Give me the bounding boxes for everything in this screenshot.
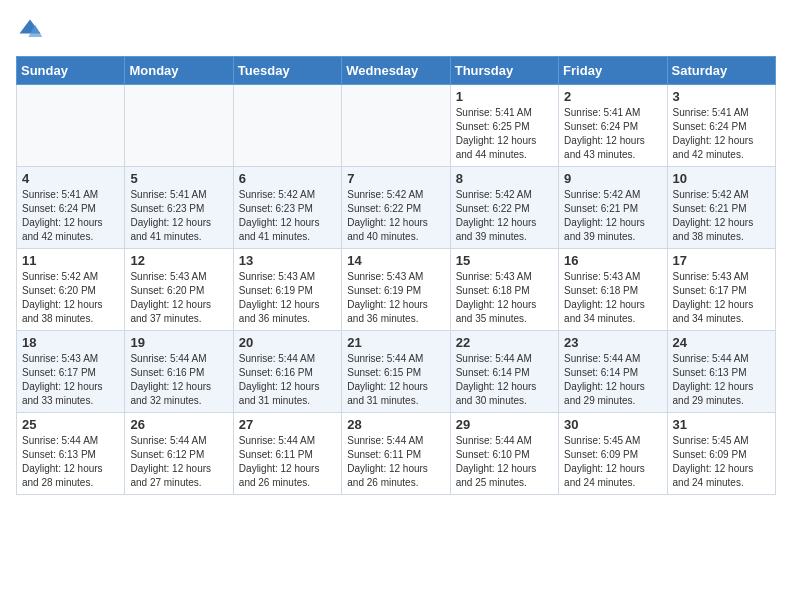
day-info: Sunrise: 5:41 AM Sunset: 6:25 PM Dayligh… bbox=[456, 106, 553, 162]
calendar-cell: 12Sunrise: 5:43 AM Sunset: 6:20 PM Dayli… bbox=[125, 249, 233, 331]
day-number: 18 bbox=[22, 335, 119, 350]
day-number: 12 bbox=[130, 253, 227, 268]
calendar-cell: 20Sunrise: 5:44 AM Sunset: 6:16 PM Dayli… bbox=[233, 331, 341, 413]
calendar-cell: 11Sunrise: 5:42 AM Sunset: 6:20 PM Dayli… bbox=[17, 249, 125, 331]
day-number: 19 bbox=[130, 335, 227, 350]
calendar-cell: 24Sunrise: 5:44 AM Sunset: 6:13 PM Dayli… bbox=[667, 331, 775, 413]
day-number: 11 bbox=[22, 253, 119, 268]
week-row-1: 1Sunrise: 5:41 AM Sunset: 6:25 PM Daylig… bbox=[17, 85, 776, 167]
calendar-cell bbox=[342, 85, 450, 167]
day-number: 15 bbox=[456, 253, 553, 268]
calendar-cell: 28Sunrise: 5:44 AM Sunset: 6:11 PM Dayli… bbox=[342, 413, 450, 495]
day-number: 8 bbox=[456, 171, 553, 186]
day-number: 20 bbox=[239, 335, 336, 350]
day-info: Sunrise: 5:43 AM Sunset: 6:18 PM Dayligh… bbox=[564, 270, 661, 326]
day-info: Sunrise: 5:44 AM Sunset: 6:11 PM Dayligh… bbox=[347, 434, 444, 490]
calendar-cell: 27Sunrise: 5:44 AM Sunset: 6:11 PM Dayli… bbox=[233, 413, 341, 495]
calendar-cell: 9Sunrise: 5:42 AM Sunset: 6:21 PM Daylig… bbox=[559, 167, 667, 249]
calendar-cell: 22Sunrise: 5:44 AM Sunset: 6:14 PM Dayli… bbox=[450, 331, 558, 413]
day-number: 26 bbox=[130, 417, 227, 432]
day-number: 6 bbox=[239, 171, 336, 186]
day-info: Sunrise: 5:43 AM Sunset: 6:17 PM Dayligh… bbox=[22, 352, 119, 408]
calendar-cell: 5Sunrise: 5:41 AM Sunset: 6:23 PM Daylig… bbox=[125, 167, 233, 249]
day-number: 27 bbox=[239, 417, 336, 432]
calendar-cell bbox=[233, 85, 341, 167]
calendar-cell: 13Sunrise: 5:43 AM Sunset: 6:19 PM Dayli… bbox=[233, 249, 341, 331]
day-info: Sunrise: 5:45 AM Sunset: 6:09 PM Dayligh… bbox=[673, 434, 770, 490]
day-info: Sunrise: 5:43 AM Sunset: 6:17 PM Dayligh… bbox=[673, 270, 770, 326]
calendar-cell: 10Sunrise: 5:42 AM Sunset: 6:21 PM Dayli… bbox=[667, 167, 775, 249]
week-row-4: 18Sunrise: 5:43 AM Sunset: 6:17 PM Dayli… bbox=[17, 331, 776, 413]
logo bbox=[16, 16, 48, 44]
day-number: 24 bbox=[673, 335, 770, 350]
calendar-cell: 23Sunrise: 5:44 AM Sunset: 6:14 PM Dayli… bbox=[559, 331, 667, 413]
day-number: 29 bbox=[456, 417, 553, 432]
calendar-cell: 1Sunrise: 5:41 AM Sunset: 6:25 PM Daylig… bbox=[450, 85, 558, 167]
calendar-cell: 4Sunrise: 5:41 AM Sunset: 6:24 PM Daylig… bbox=[17, 167, 125, 249]
calendar-table: SundayMondayTuesdayWednesdayThursdayFrid… bbox=[16, 56, 776, 495]
day-number: 1 bbox=[456, 89, 553, 104]
day-info: Sunrise: 5:43 AM Sunset: 6:20 PM Dayligh… bbox=[130, 270, 227, 326]
calendar-cell: 2Sunrise: 5:41 AM Sunset: 6:24 PM Daylig… bbox=[559, 85, 667, 167]
day-info: Sunrise: 5:42 AM Sunset: 6:23 PM Dayligh… bbox=[239, 188, 336, 244]
day-number: 9 bbox=[564, 171, 661, 186]
day-info: Sunrise: 5:41 AM Sunset: 6:24 PM Dayligh… bbox=[22, 188, 119, 244]
calendar-cell: 21Sunrise: 5:44 AM Sunset: 6:15 PM Dayli… bbox=[342, 331, 450, 413]
day-info: Sunrise: 5:44 AM Sunset: 6:13 PM Dayligh… bbox=[673, 352, 770, 408]
header-tuesday: Tuesday bbox=[233, 57, 341, 85]
day-info: Sunrise: 5:44 AM Sunset: 6:16 PM Dayligh… bbox=[130, 352, 227, 408]
day-info: Sunrise: 5:44 AM Sunset: 6:12 PM Dayligh… bbox=[130, 434, 227, 490]
day-info: Sunrise: 5:44 AM Sunset: 6:16 PM Dayligh… bbox=[239, 352, 336, 408]
day-info: Sunrise: 5:41 AM Sunset: 6:23 PM Dayligh… bbox=[130, 188, 227, 244]
day-info: Sunrise: 5:45 AM Sunset: 6:09 PM Dayligh… bbox=[564, 434, 661, 490]
day-info: Sunrise: 5:44 AM Sunset: 6:10 PM Dayligh… bbox=[456, 434, 553, 490]
day-number: 17 bbox=[673, 253, 770, 268]
day-number: 23 bbox=[564, 335, 661, 350]
calendar-cell: 16Sunrise: 5:43 AM Sunset: 6:18 PM Dayli… bbox=[559, 249, 667, 331]
calendar-cell: 26Sunrise: 5:44 AM Sunset: 6:12 PM Dayli… bbox=[125, 413, 233, 495]
calendar-cell: 8Sunrise: 5:42 AM Sunset: 6:22 PM Daylig… bbox=[450, 167, 558, 249]
header-thursday: Thursday bbox=[450, 57, 558, 85]
calendar-cell: 30Sunrise: 5:45 AM Sunset: 6:09 PM Dayli… bbox=[559, 413, 667, 495]
week-row-2: 4Sunrise: 5:41 AM Sunset: 6:24 PM Daylig… bbox=[17, 167, 776, 249]
day-number: 14 bbox=[347, 253, 444, 268]
day-info: Sunrise: 5:44 AM Sunset: 6:15 PM Dayligh… bbox=[347, 352, 444, 408]
day-info: Sunrise: 5:44 AM Sunset: 6:11 PM Dayligh… bbox=[239, 434, 336, 490]
day-number: 25 bbox=[22, 417, 119, 432]
day-info: Sunrise: 5:42 AM Sunset: 6:20 PM Dayligh… bbox=[22, 270, 119, 326]
day-number: 31 bbox=[673, 417, 770, 432]
header-row: SundayMondayTuesdayWednesdayThursdayFrid… bbox=[17, 57, 776, 85]
day-info: Sunrise: 5:43 AM Sunset: 6:18 PM Dayligh… bbox=[456, 270, 553, 326]
day-info: Sunrise: 5:43 AM Sunset: 6:19 PM Dayligh… bbox=[239, 270, 336, 326]
day-number: 22 bbox=[456, 335, 553, 350]
day-number: 3 bbox=[673, 89, 770, 104]
day-number: 7 bbox=[347, 171, 444, 186]
calendar-cell: 19Sunrise: 5:44 AM Sunset: 6:16 PM Dayli… bbox=[125, 331, 233, 413]
day-info: Sunrise: 5:44 AM Sunset: 6:14 PM Dayligh… bbox=[456, 352, 553, 408]
day-info: Sunrise: 5:42 AM Sunset: 6:21 PM Dayligh… bbox=[673, 188, 770, 244]
day-number: 5 bbox=[130, 171, 227, 186]
day-number: 30 bbox=[564, 417, 661, 432]
week-row-5: 25Sunrise: 5:44 AM Sunset: 6:13 PM Dayli… bbox=[17, 413, 776, 495]
calendar-cell bbox=[125, 85, 233, 167]
day-number: 16 bbox=[564, 253, 661, 268]
calendar-cell: 31Sunrise: 5:45 AM Sunset: 6:09 PM Dayli… bbox=[667, 413, 775, 495]
day-info: Sunrise: 5:41 AM Sunset: 6:24 PM Dayligh… bbox=[564, 106, 661, 162]
day-number: 13 bbox=[239, 253, 336, 268]
day-info: Sunrise: 5:42 AM Sunset: 6:21 PM Dayligh… bbox=[564, 188, 661, 244]
calendar-cell: 17Sunrise: 5:43 AM Sunset: 6:17 PM Dayli… bbox=[667, 249, 775, 331]
day-info: Sunrise: 5:42 AM Sunset: 6:22 PM Dayligh… bbox=[456, 188, 553, 244]
header-sunday: Sunday bbox=[17, 57, 125, 85]
calendar-cell: 7Sunrise: 5:42 AM Sunset: 6:22 PM Daylig… bbox=[342, 167, 450, 249]
day-info: Sunrise: 5:43 AM Sunset: 6:19 PM Dayligh… bbox=[347, 270, 444, 326]
week-row-3: 11Sunrise: 5:42 AM Sunset: 6:20 PM Dayli… bbox=[17, 249, 776, 331]
calendar-cell bbox=[17, 85, 125, 167]
day-number: 21 bbox=[347, 335, 444, 350]
header-wednesday: Wednesday bbox=[342, 57, 450, 85]
day-info: Sunrise: 5:44 AM Sunset: 6:14 PM Dayligh… bbox=[564, 352, 661, 408]
header-monday: Monday bbox=[125, 57, 233, 85]
day-info: Sunrise: 5:44 AM Sunset: 6:13 PM Dayligh… bbox=[22, 434, 119, 490]
page-header bbox=[16, 16, 776, 44]
logo-icon bbox=[16, 16, 44, 44]
day-number: 10 bbox=[673, 171, 770, 186]
